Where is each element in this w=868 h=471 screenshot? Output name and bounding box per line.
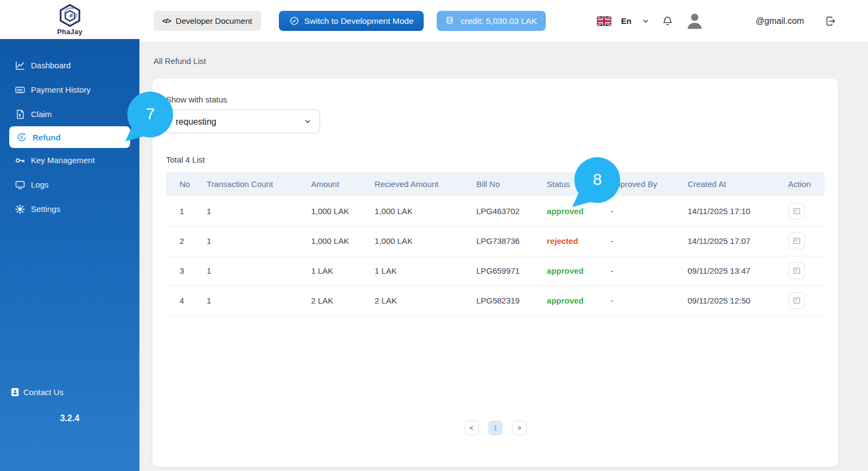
switch-development-mode-button[interactable]: Switch to Development Mode xyxy=(279,11,424,31)
sidebar-item-refund[interactable]: $ Refund xyxy=(9,126,130,148)
chevron-down-icon xyxy=(641,17,650,25)
logout-button[interactable] xyxy=(825,16,836,27)
col-header-bill-no: Bill No xyxy=(463,172,533,196)
svg-text:$: $ xyxy=(18,112,21,117)
cell-received-amount: 1,000 LAK xyxy=(361,196,463,226)
cell-approved-by: - xyxy=(597,226,674,256)
detail-icon xyxy=(792,266,801,275)
cell-bill-no: LPG463702 xyxy=(463,196,533,226)
cell-transaction-count: 1 xyxy=(193,286,297,315)
sidebar-item-key-management[interactable]: Key Management xyxy=(0,148,139,172)
notifications-button[interactable] xyxy=(662,15,673,27)
language-selector[interactable]: En xyxy=(597,16,650,26)
bell-icon xyxy=(662,15,673,27)
sidebar-item-label: Payment History xyxy=(31,85,91,94)
sidebar-item-logs[interactable]: Logs xyxy=(0,172,139,197)
pagination-prev-button[interactable]: < xyxy=(464,421,479,435)
phajay-logo-icon xyxy=(58,4,82,29)
credit-balance-button[interactable]: credit: 5,030.03 LAK xyxy=(437,11,545,31)
cell-created-at: 14/11/2025 17:10 xyxy=(674,196,774,226)
cell-amount: 1,000 LAK xyxy=(297,196,361,226)
table-row: 2 1 1,000 LAK 1,000 LAK LPG738736 reject… xyxy=(166,226,825,256)
app-window: PhaJay Dashboard pay Payment History $ C… xyxy=(0,0,868,471)
pagination-page-1-button[interactable]: 1 xyxy=(488,421,503,435)
cell-transaction-count: 1 xyxy=(193,196,297,226)
col-header-no: No xyxy=(166,172,193,196)
sidebar-nav: Dashboard pay Payment History $ Claim $ … xyxy=(0,39,139,221)
sidebar-item-payment-history[interactable]: pay Payment History xyxy=(0,78,139,102)
cell-received-amount: 1 LAK xyxy=(361,256,463,286)
sidebar-item-settings[interactable]: Settings xyxy=(0,197,139,221)
tour-step-number: 8 xyxy=(570,156,624,202)
person-icon xyxy=(685,11,705,31)
content-area: All Refund List Show with status request… xyxy=(139,42,868,471)
status-badge: approved xyxy=(533,286,597,315)
cell-no: 4 xyxy=(166,286,193,315)
table-row: 1 1 1,000 LAK 1,000 LAK LPG463702 approv… xyxy=(166,196,825,226)
cell-received-amount: 1,000 LAK xyxy=(361,226,463,256)
cell-no: 1 xyxy=(166,196,193,226)
status-badge: approved xyxy=(533,256,597,286)
breadcrumb: All Refund List xyxy=(154,56,838,66)
cell-created-at: 09/11/2025 12:50 xyxy=(674,286,774,315)
tour-step-7-bubble[interactable]: 7 xyxy=(123,91,175,143)
sidebar-item-claim[interactable]: $ Claim xyxy=(0,102,139,126)
dashboard-icon xyxy=(15,60,25,71)
table-header-row: No Transaction Count Amount Recieved Amo… xyxy=(166,172,825,196)
user-avatar[interactable] xyxy=(685,11,705,31)
table-row: 4 1 2 LAK 2 LAK LPG582319 approved - 09/… xyxy=(166,286,825,315)
row-detail-button[interactable] xyxy=(788,203,805,220)
row-detail-button[interactable] xyxy=(788,233,805,249)
sidebar-item-label: Dashboard xyxy=(31,61,71,70)
row-detail-button[interactable] xyxy=(788,292,805,309)
switch-mode-label: Switch to Development Mode xyxy=(304,16,414,26)
gear-icon xyxy=(15,204,25,215)
language-code: En xyxy=(621,16,631,25)
detail-icon xyxy=(792,207,801,216)
user-email: @gmail.com xyxy=(756,16,804,26)
sidebar-item-label: Refund xyxy=(33,133,61,142)
col-header-action: Action xyxy=(775,172,825,196)
total-count-label: Total 4 List xyxy=(166,155,825,164)
main-area: </> Developer Document Switch to Develop… xyxy=(139,0,868,471)
sidebar-item-label: Claim xyxy=(31,109,52,119)
claim-icon: $ xyxy=(15,109,25,120)
uk-flag-icon xyxy=(597,16,611,26)
cell-no: 3 xyxy=(166,256,193,286)
developer-document-label: Developer Document xyxy=(176,16,252,25)
cell-bill-no: LPG738736 xyxy=(463,226,533,256)
sidebar-item-dashboard[interactable]: Dashboard xyxy=(0,53,139,78)
pagination: < 1 > xyxy=(166,421,825,435)
tour-step-8-bubble[interactable]: 8 xyxy=(570,156,622,208)
status-filter-select[interactable]: requesting xyxy=(166,109,320,133)
cell-approved-by: - xyxy=(597,256,674,286)
table-row: 3 1 1 LAK 1 LAK LPG659971 approved - 09/… xyxy=(166,256,825,286)
key-icon xyxy=(15,155,25,166)
detail-icon xyxy=(792,236,801,246)
tour-step-number: 7 xyxy=(123,91,177,137)
col-header-created-at: Created At xyxy=(674,172,774,196)
credit-label: credit: 5,030.03 LAK xyxy=(461,16,537,26)
payment-icon: pay xyxy=(15,85,25,95)
contact-us-label: Contact Us xyxy=(23,388,63,397)
cell-amount: 1,000 LAK xyxy=(297,226,361,256)
developer-document-button[interactable]: </> Developer Document xyxy=(154,11,261,31)
logs-icon xyxy=(15,179,25,190)
code-icon: </> xyxy=(162,17,171,25)
topbar: </> Developer Document Switch to Develop… xyxy=(139,0,868,42)
row-detail-button[interactable] xyxy=(788,262,805,279)
sidebar-item-contact-us[interactable]: Contact Us xyxy=(0,387,139,397)
brand-name: PhaJay xyxy=(57,28,82,36)
pagination-next-button[interactable]: > xyxy=(512,421,527,435)
status-badge: rejected xyxy=(533,226,597,256)
detail-icon xyxy=(792,296,801,305)
cell-received-amount: 2 LAK xyxy=(361,286,463,315)
refund-table: No Transaction Count Amount Recieved Amo… xyxy=(166,172,825,316)
contact-book-icon xyxy=(10,387,20,397)
sidebar-item-label: Logs xyxy=(31,180,49,189)
svg-text:pay: pay xyxy=(17,88,23,91)
cell-amount: 1 LAK xyxy=(297,256,361,286)
cell-transaction-count: 1 xyxy=(193,226,297,256)
refund-icon: $ xyxy=(16,132,27,143)
app-version: 3.2.4 xyxy=(0,414,139,423)
